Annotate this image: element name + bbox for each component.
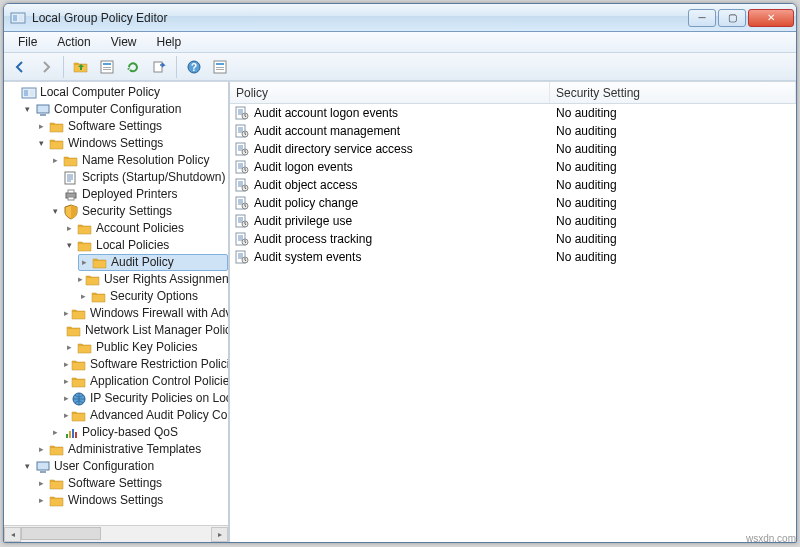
tree-app-control[interactable]: Application Control Policies (64, 373, 228, 390)
list-body[interactable]: Audit account logon eventsNo auditingAud… (230, 104, 796, 542)
list-row[interactable]: Audit process trackingNo auditing (230, 230, 796, 248)
list-row[interactable]: Audit policy changeNo auditing (230, 194, 796, 212)
tree-windows-firewall[interactable]: Windows Firewall with Advanced Security (64, 305, 228, 322)
tree-local-policies[interactable]: Local Policies (64, 237, 228, 254)
list-row[interactable]: Audit system eventsNo auditing (230, 248, 796, 266)
forward-button[interactable] (34, 56, 58, 78)
tree-advanced-audit[interactable]: Advanced Audit Policy Configuration (64, 407, 228, 424)
toolbar-separator (176, 56, 177, 78)
tree-computer-config[interactable]: Computer Configuration (22, 101, 228, 118)
tree-public-key[interactable]: Public Key Policies (64, 339, 228, 356)
maximize-button[interactable]: ▢ (718, 9, 746, 27)
show-hide-button[interactable] (208, 56, 232, 78)
folder-icon (85, 272, 101, 288)
menu-file[interactable]: File (8, 33, 47, 51)
menu-action[interactable]: Action (47, 33, 100, 51)
window-title: Local Group Policy Editor (32, 11, 686, 25)
policy-icon (234, 177, 250, 193)
app-icon (10, 10, 26, 26)
tree-user-rights[interactable]: User Rights Assignment (78, 271, 228, 288)
security-setting: No auditing (550, 142, 796, 156)
toolbar (4, 53, 796, 81)
folder-icon (71, 306, 87, 322)
policy-icon (234, 213, 250, 229)
security-setting: No auditing (550, 250, 796, 264)
minimize-button[interactable]: ─ (688, 9, 716, 27)
tree-deployed-printers[interactable]: Deployed Printers (50, 186, 228, 203)
folder-icon (49, 493, 65, 509)
scroll-thumb[interactable] (21, 527, 101, 540)
policy-name: Audit system events (254, 250, 361, 264)
scroll-right-button[interactable]: ▸ (211, 527, 228, 542)
help-button[interactable] (182, 56, 206, 78)
tree-software-restriction[interactable]: Software Restriction Policies (64, 356, 228, 373)
menu-view[interactable]: View (101, 33, 147, 51)
tree-horizontal-scrollbar[interactable]: ◂ ▸ (4, 525, 228, 542)
list-pane: Policy Security Setting Audit account lo… (230, 82, 796, 542)
folder-icon (77, 221, 93, 237)
export-button[interactable] (147, 56, 171, 78)
panel-icon (212, 59, 228, 75)
tree-audit-policy[interactable]: Audit Policy (78, 254, 228, 271)
policy-tree[interactable]: Local Computer Policy Computer Configura… (4, 82, 228, 525)
tree-scripts[interactable]: Scripts (Startup/Shutdown) (50, 169, 228, 186)
computer-icon (35, 102, 51, 118)
tree-root[interactable]: Local Computer Policy (8, 84, 228, 101)
folder-icon (63, 153, 79, 169)
policy-name: Audit policy change (254, 196, 358, 210)
policy-icon (234, 159, 250, 175)
tree-cc-software[interactable]: Software Settings (36, 118, 228, 135)
qos-icon (63, 425, 79, 441)
tree-cc-windows[interactable]: Windows Settings (36, 135, 228, 152)
toolbar-separator (63, 56, 64, 78)
tree-uc-windows[interactable]: Windows Settings (36, 492, 228, 509)
refresh-icon (125, 59, 141, 75)
folder-up-icon (73, 59, 89, 75)
folder-icon (91, 289, 107, 305)
help-icon (186, 59, 202, 75)
back-button[interactable] (8, 56, 32, 78)
tree-ip-security[interactable]: IP Security Policies on Local Computer (64, 390, 228, 407)
titlebar[interactable]: Local Group Policy Editor ─ ▢ ✕ (4, 4, 796, 32)
list-row[interactable]: Audit privilege useNo auditing (230, 212, 796, 230)
watermark: wsxdn.com (746, 533, 796, 544)
tree-admin-templates[interactable]: Administrative Templates (36, 441, 228, 458)
up-button[interactable] (69, 56, 93, 78)
tree-security-settings[interactable]: Security Settings (50, 203, 228, 220)
tree-uc-software[interactable]: Software Settings (36, 475, 228, 492)
computer-icon (35, 459, 51, 475)
policy-name: Audit process tracking (254, 232, 372, 246)
policy-icon (234, 105, 250, 121)
scroll-track[interactable] (21, 527, 211, 542)
refresh-button[interactable] (121, 56, 145, 78)
app-window: Local Group Policy Editor ─ ▢ ✕ File Act… (3, 3, 797, 543)
list-row[interactable]: Audit account managementNo auditing (230, 122, 796, 140)
properties-icon (99, 59, 115, 75)
column-header-security[interactable]: Security Setting (550, 82, 796, 103)
tree-policy-qos[interactable]: Policy-based QoS (50, 424, 228, 441)
list-row[interactable]: Audit logon eventsNo auditing (230, 158, 796, 176)
folder-icon (77, 340, 93, 356)
tree-user-config[interactable]: User Configuration (22, 458, 228, 475)
tree-name-resolution[interactable]: Name Resolution Policy (50, 152, 228, 169)
properties-button[interactable] (95, 56, 119, 78)
menu-help[interactable]: Help (147, 33, 192, 51)
folder-icon (49, 442, 65, 458)
tree-account-policies[interactable]: Account Policies (64, 220, 228, 237)
list-row[interactable]: Audit account logon eventsNo auditing (230, 104, 796, 122)
list-row[interactable]: Audit directory service accessNo auditin… (230, 140, 796, 158)
globe-icon (71, 391, 87, 407)
close-button[interactable]: ✕ (748, 9, 794, 27)
back-icon (12, 59, 28, 75)
folder-icon (71, 408, 87, 424)
list-row[interactable]: Audit object accessNo auditing (230, 176, 796, 194)
policy-icon (234, 141, 250, 157)
column-header-policy[interactable]: Policy (230, 82, 550, 103)
tree-security-options[interactable]: Security Options (78, 288, 228, 305)
policy-icon (234, 195, 250, 211)
tree-network-list[interactable]: Network List Manager Policies (64, 322, 228, 339)
policy-name: Audit privilege use (254, 214, 352, 228)
security-setting: No auditing (550, 232, 796, 246)
scroll-left-button[interactable]: ◂ (4, 527, 21, 542)
policy-name: Audit logon events (254, 160, 353, 174)
